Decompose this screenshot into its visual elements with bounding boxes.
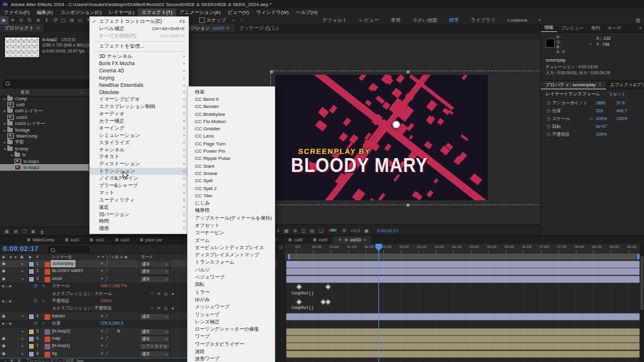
submenu-item-CC Griddler[interactable]: CC Griddler xyxy=(188,125,275,132)
expand-icon[interactable]: ▸ xyxy=(2,128,7,132)
menu-item-キーイング[interactable]: キーイング› xyxy=(90,124,188,132)
label-color-chip[interactable] xyxy=(28,261,34,267)
submenu-item-CC Bender[interactable]: CC Bender xyxy=(188,103,275,110)
menu-item-イマーシブビデオ[interactable]: イマーシブビデオ› xyxy=(90,96,188,103)
timeline-tab-cut3[interactable]: cut3 xyxy=(110,236,135,244)
tab-project[interactable]: プロジェクト≡ xyxy=(0,24,45,32)
menu-ビュー(V)[interactable]: ビュー(V) xyxy=(224,8,252,16)
work-area-end-handle[interactable] xyxy=(637,254,639,259)
panel-menu-icon[interactable]: ≡ xyxy=(363,237,366,243)
menu-item-オーディオ[interactable]: オーディオ› xyxy=(90,110,188,118)
eye-icon[interactable]: ◉ xyxy=(2,260,5,267)
region-of-interest-icon[interactable]: ◫ xyxy=(301,228,306,233)
graph-icon[interactable]: ∿ xyxy=(42,297,45,305)
submenu-item-CC Blobbylize[interactable]: CC Blobbylize xyxy=(188,110,275,118)
menu-エフェクト(T)[interactable]: エフェクト(T) xyxy=(138,8,176,16)
keyframe[interactable] xyxy=(296,299,302,305)
label-color-chip[interactable] xyxy=(28,268,34,275)
pan-tool[interactable]: ⊕ xyxy=(34,16,42,24)
comp-marker-icon[interactable]: ◲ xyxy=(279,245,283,250)
label-color-chip[interactable] xyxy=(28,351,34,357)
workspace-デフォルト[interactable]: デフォルト xyxy=(316,17,353,24)
close-icon[interactable]: ✕ xyxy=(338,237,342,243)
expression-name[interactable]: エクスプレッション: スケール xyxy=(52,290,112,297)
work-area-row[interactable] xyxy=(285,253,640,260)
submenu-item-CC Lens[interactable]: CC Lens xyxy=(188,133,275,140)
eye-icon[interactable]: ◉ xyxy=(2,275,5,282)
submenu-item-ワープ[interactable]: ワープ xyxy=(188,333,275,340)
label-color-chip[interactable] xyxy=(28,276,34,282)
expand-icon[interactable]: ▸ xyxy=(22,350,24,357)
layer-name[interactable]: [tx-loop1] xyxy=(52,342,70,349)
stopwatch-icon[interactable]: ◷ xyxy=(546,108,552,113)
footer-timecode[interactable]: 0:00:02:17 xyxy=(377,228,398,233)
shape-tool[interactable]: ▭ xyxy=(76,16,84,24)
keyframe[interactable] xyxy=(325,299,331,305)
workspace-標準[interactable]: 標準 xyxy=(443,17,465,24)
mask-visibility-icon[interactable]: ⊞ xyxy=(293,228,297,233)
submenu-item-ワープスタビライザー[interactable]: ワープスタビライザー xyxy=(188,340,275,348)
submenu-item-回転[interactable]: 回転 xyxy=(188,281,275,288)
eye-icon[interactable]: ◉ xyxy=(2,350,5,357)
graph-icon[interactable]: ∿ xyxy=(42,320,45,327)
property-name[interactable]: 不透明度 xyxy=(52,297,69,305)
dolly-tool[interactable]: ⇕ xyxy=(42,16,51,24)
channel-icon[interactable] xyxy=(329,228,337,233)
snapshot-icon[interactable]: ❏ xyxy=(319,228,323,233)
link-icon[interactable]: ∞ xyxy=(590,116,596,121)
workspace-Looktone[interactable]: Looktone xyxy=(502,17,534,23)
keyframe[interactable] xyxy=(325,284,331,290)
submenu-item-CC Split[interactable]: CC Split xyxy=(188,177,275,185)
layer-switches[interactable]: ☀╱ xyxy=(100,313,110,320)
eye-icon[interactable]: ◉ xyxy=(2,342,5,349)
tab-オーデ[interactable]: オーデ xyxy=(604,25,625,31)
stopwatch-icon[interactable]: ◷ xyxy=(546,116,552,121)
project-item-footage[interactable]: ▸footage xyxy=(0,127,98,133)
submenu-item-タービュレントディスプレイス[interactable]: タービュレントディスプレイス xyxy=(188,244,275,251)
submenu-item-検索[interactable]: 検索 xyxy=(188,88,275,95)
tab-情報[interactable]: 情報 xyxy=(541,24,557,32)
menu-item-NewBlue Essentials[interactable]: NewBlue Essentials› xyxy=(90,81,188,89)
selection-handle[interactable] xyxy=(406,70,410,74)
submenu-item-波紋[interactable]: 波紋 xyxy=(188,348,275,355)
submenu-item-アップスケール(ディテールを保持)[interactable]: アップスケール(ディテールを保持) xyxy=(188,214,275,221)
menu-item-エフェクトを管理...[interactable]: エフェクトを管理... xyxy=(90,43,188,50)
submenu-item-ゆがみ[interactable]: ゆがみ xyxy=(188,296,275,303)
blend-mode-select[interactable]: 通常∨ xyxy=(139,313,170,320)
expand-icon[interactable]: ▸ xyxy=(10,153,14,157)
property-value[interactable]: 100% xyxy=(596,132,616,137)
exposure-value[interactable]: +0.0 xyxy=(351,228,360,233)
layer-duration-bar[interactable] xyxy=(286,343,640,350)
tab-footage-viewer[interactable]: フッテージ (なし) xyxy=(234,24,283,32)
layer-switches[interactable]: ☀╱ xyxy=(100,275,110,282)
zoom-tool[interactable]: ⊙ xyxy=(17,16,25,24)
menu-item-遠近[interactable]: 遠近› xyxy=(90,203,188,211)
hand-tool[interactable]: ✛ xyxy=(8,16,17,24)
tab-整列[interactable]: 整列 xyxy=(587,25,604,31)
menu-item-すべてを削除(R)[interactable]: すべてを削除(R)Ctrl+Shift+E xyxy=(90,33,188,40)
layer-switches[interactable]: ☀╱ xyxy=(100,350,110,357)
workspace-学習[interactable]: 学習 xyxy=(385,17,407,24)
submenu-item-ミラー[interactable]: ミラー xyxy=(188,288,275,296)
menu-コンポジション(C)[interactable]: コンポジション(C) xyxy=(57,8,105,16)
submenu-item-CC Smear[interactable]: CC Smear xyxy=(188,170,275,177)
keyframe-navigator[interactable]: ◀◇▶ xyxy=(1,297,13,305)
stopwatch-icon[interactable]: ◷ xyxy=(546,132,552,137)
menu-item-3D チャンネル[interactable]: 3D チャンネル› xyxy=(90,53,188,60)
panel-menu-icon[interactable]: ≡ xyxy=(37,25,40,31)
menu-item-テキスト[interactable]: テキスト› xyxy=(90,153,188,160)
menu-ウィンドウ(W)[interactable]: ウィンドウ(W) xyxy=(252,8,292,16)
menu-編集(E)[interactable]: 編集(E) xyxy=(33,8,57,16)
blend-mode-select[interactable]: 通常∨ xyxy=(139,328,170,335)
submenu-item-にじみ[interactable]: にじみ xyxy=(188,199,275,206)
project-item-cut9[interactable]: cut9 xyxy=(0,101,98,107)
layer-switches[interactable]: ☀╱ xyxy=(100,260,110,267)
property-value[interactable]: 37.6 xyxy=(616,100,637,106)
color-depth-icon[interactable]: ▤ xyxy=(14,229,18,234)
submenu-item-バルジ[interactable]: バルジ xyxy=(188,266,275,273)
menu-レイヤー(L)[interactable]: レイヤー(L) xyxy=(105,8,138,16)
layer-switches[interactable]: ☀╱ xyxy=(100,328,110,335)
menu-item-旧バージョン[interactable]: 旧バージョン› xyxy=(90,211,188,218)
property-name[interactable]: 位置 xyxy=(52,320,60,327)
keyframe-navigator[interactable]: ◀◇▶ xyxy=(1,320,13,327)
